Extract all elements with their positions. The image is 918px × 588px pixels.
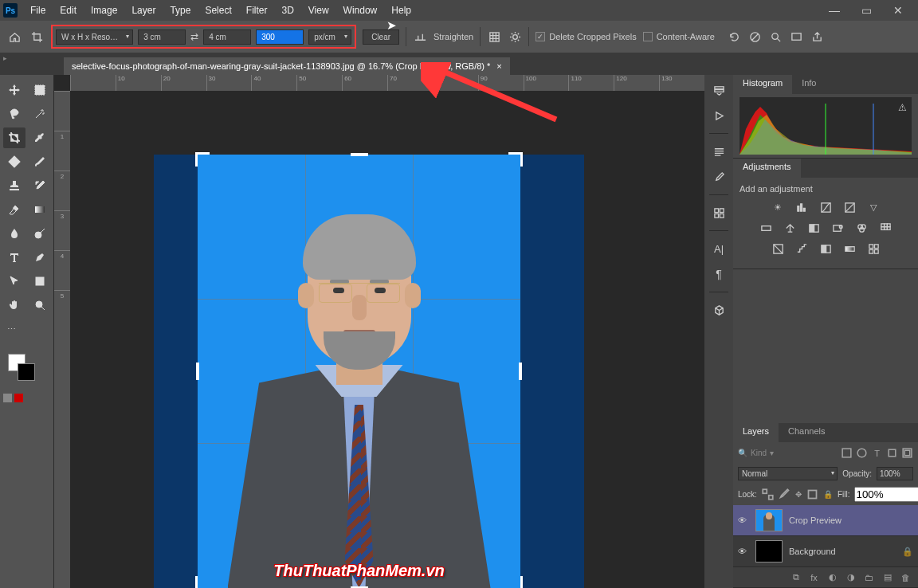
color-balance-icon[interactable] [782, 221, 798, 235]
filter-shape-icon[interactable] [886, 447, 898, 459]
healing-tool[interactable] [3, 151, 26, 172]
cancel-crop-icon[interactable] [748, 29, 763, 44]
curves-icon[interactable] [818, 200, 834, 214]
3d-panel-icon[interactable] [708, 300, 729, 320]
brush-tool[interactable] [29, 151, 51, 172]
tab-channels[interactable]: Channels [779, 423, 834, 442]
vibrance-icon[interactable]: ▽ [865, 200, 881, 214]
lock-transparent-icon[interactable] [762, 488, 774, 500]
new-layer-icon[interactable]: ▤ [881, 571, 893, 583]
lock-image-icon[interactable] [779, 488, 790, 500]
zoom-tool[interactable] [29, 295, 51, 316]
layer-group-icon[interactable]: 🗀 [863, 571, 875, 583]
gradient-map-icon[interactable] [842, 241, 857, 256]
swap-dimensions-icon[interactable]: ⇄ [190, 31, 198, 42]
reset-icon[interactable] [728, 29, 742, 44]
exposure-icon[interactable] [842, 200, 857, 214]
color-lookup-icon[interactable] [877, 221, 893, 235]
pen-tool[interactable] [29, 247, 51, 268]
crop-width-input[interactable]: 3 cm [138, 29, 186, 45]
menu-3d[interactable]: 3D [275, 2, 300, 19]
history-brush-tool[interactable] [29, 175, 51, 196]
selective-color-icon[interactable] [865, 241, 881, 256]
eyedropper-tool[interactable] [29, 127, 51, 148]
tab-adjustments[interactable]: Adjustments [733, 159, 801, 178]
overlay-grid-icon[interactable] [487, 29, 501, 44]
resolution-unit-dropdown[interactable]: px/cm [308, 29, 351, 45]
canvas-area[interactable]: 102030405060708090100110120130 12345 [54, 75, 704, 588]
history-panel-icon[interactable] [708, 80, 729, 100]
dodge-tool[interactable] [29, 223, 51, 244]
crop-handle-bl[interactable] [195, 576, 210, 588]
menu-type[interactable]: Type [163, 2, 197, 19]
invert-icon[interactable] [770, 241, 786, 256]
hue-icon[interactable] [758, 221, 774, 235]
crop-resolution-input[interactable]: 300 [256, 29, 304, 45]
layer-style-icon[interactable]: fx [808, 571, 820, 583]
document-tab[interactable]: selective-focus-photograph-of-man-wearin… [64, 57, 510, 75]
visibility-toggle[interactable]: 👁 [738, 515, 749, 525]
share-view-icon[interactable] [790, 29, 804, 44]
filter-type-icon[interactable]: T [871, 447, 883, 459]
tab-histogram[interactable]: Histogram [733, 75, 792, 94]
opacity-input[interactable] [877, 467, 913, 480]
crop-handle-tr[interactable] [508, 152, 523, 167]
move-tool[interactable] [3, 80, 26, 100]
crop-selection[interactable]: ThuThuatPhanMem.vn [198, 155, 520, 588]
share-icon[interactable] [810, 29, 825, 44]
close-tab-icon[interactable]: × [496, 61, 501, 71]
threshold-icon[interactable] [818, 241, 834, 256]
crop-settings-icon[interactable] [508, 29, 522, 44]
tool-preset-icon[interactable] [29, 29, 45, 45]
character-panel-icon[interactable]: A| [708, 238, 729, 259]
crop-handle-r[interactable] [519, 363, 522, 380]
paragraph-panel-icon[interactable]: ¶ [708, 264, 729, 284]
filter-smart-icon[interactable] [901, 447, 913, 459]
content-aware-checkbox[interactable]: Content-Aware [643, 32, 715, 41]
close-button[interactable]: ✕ [888, 4, 908, 17]
layer-filter-kind[interactable]: 🔍 Kind ▾ [738, 449, 838, 457]
tab-info[interactable]: Info [792, 75, 826, 94]
crop-handle-t[interactable] [351, 153, 368, 156]
filter-pixel-icon[interactable] [841, 447, 853, 459]
tab-layers[interactable]: Layers [733, 423, 779, 442]
swatches-panel-icon[interactable] [708, 202, 729, 223]
crop-tool[interactable] [3, 127, 26, 148]
menu-view[interactable]: View [302, 2, 335, 19]
crop-handle-tl[interactable] [195, 152, 210, 167]
blur-tool[interactable] [3, 223, 26, 244]
crop-handle-l[interactable] [196, 363, 199, 380]
channel-mixer-icon[interactable] [853, 221, 869, 235]
stamp-tool[interactable] [3, 175, 26, 196]
play-action-icon[interactable] [708, 105, 729, 126]
lock-position-icon[interactable]: ✥ [795, 488, 802, 500]
layer-thumbnail[interactable] [755, 540, 783, 563]
marquee-tool[interactable] [29, 80, 51, 100]
straighten-icon[interactable] [413, 29, 427, 44]
brightness-icon[interactable]: ☀ [770, 200, 786, 214]
menu-layer[interactable]: Layer [125, 2, 162, 19]
layer-thumbnail[interactable] [755, 509, 783, 531]
photo-filter-icon[interactable] [830, 221, 845, 235]
delete-layer-icon[interactable]: 🗑 [900, 571, 912, 583]
visibility-toggle[interactable]: 👁 [738, 547, 749, 556]
shape-tool[interactable] [29, 271, 51, 292]
filter-adjust-icon[interactable] [856, 447, 868, 459]
type-tool[interactable] [3, 247, 26, 268]
edit-toolbar[interactable]: ⋯ [3, 319, 19, 339]
brush-settings-icon[interactable] [708, 167, 729, 187]
lasso-tool[interactable] [3, 104, 26, 124]
minimize-button[interactable]: — [824, 4, 845, 17]
menu-filter[interactable]: Filter [240, 2, 274, 19]
menu-window[interactable]: Window [337, 2, 384, 19]
crop-handle-br[interactable] [508, 576, 523, 588]
bw-icon[interactable] [806, 221, 822, 235]
path-select-tool[interactable] [3, 271, 26, 292]
hand-tool[interactable] [3, 295, 26, 316]
search-icon[interactable] [769, 29, 783, 44]
crop-preset-dropdown[interactable]: W x H x Reso… [56, 29, 133, 45]
gradient-tool[interactable] [29, 199, 51, 220]
menu-file[interactable]: File [24, 2, 52, 19]
expand-toolbar-icon[interactable]: ▸ [3, 54, 7, 62]
brushes-panel-icon[interactable] [708, 141, 729, 162]
